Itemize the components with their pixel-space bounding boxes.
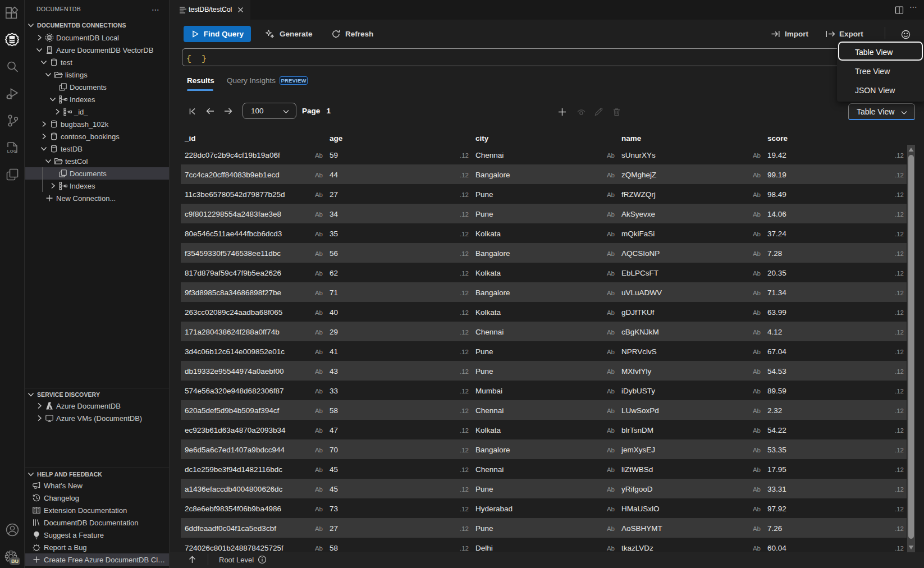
svg-text:LOG: LOG (7, 149, 17, 154)
